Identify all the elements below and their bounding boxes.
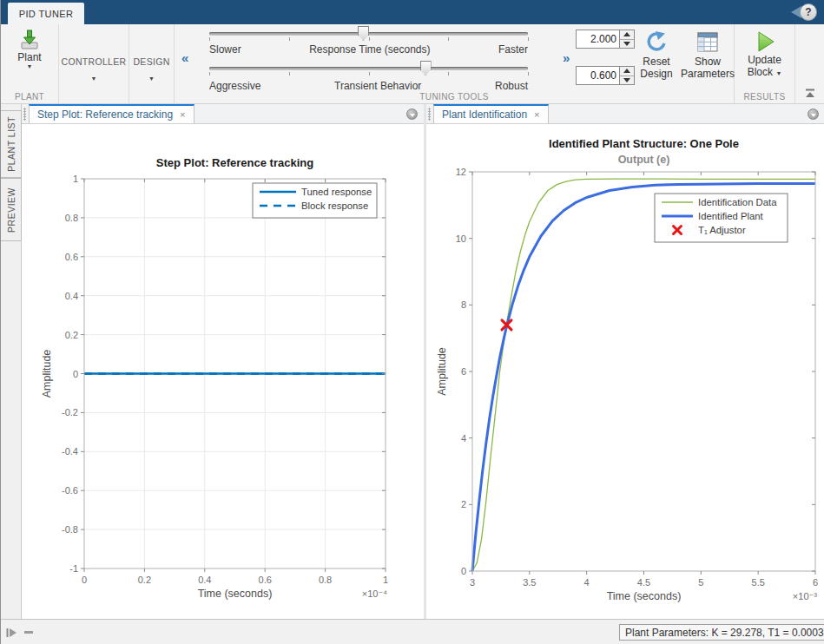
controller-button-label: CONTROLLER: [62, 56, 127, 67]
tab-actions-button[interactable]: [808, 108, 819, 120]
section-design: DESIGN ▼: [129, 24, 175, 103]
svg-text:Identified Plant: Identified Plant: [698, 211, 764, 221]
reset-design-button[interactable]: Reset Design: [636, 30, 677, 80]
tab-plant-identification[interactable]: Plant Identification ×: [433, 104, 549, 123]
response-time-slider-handle[interactable]: [358, 26, 369, 41]
plant-identification-chart: 33.544.555.56024681012Time (seconds)×10⁻…: [426, 124, 824, 619]
design-button-label: DESIGN: [133, 56, 169, 67]
svg-text:1: 1: [73, 174, 78, 184]
collapse-sliders-button[interactable]: «: [181, 50, 188, 65]
expand-panel-icon[interactable]: [5, 627, 19, 639]
response-time-slider-labels: Slower Response Time (seconds) Faster: [209, 43, 528, 56]
svg-text:-0.2: -0.2: [62, 407, 78, 417]
update-block-icon: [753, 30, 777, 54]
svg-text:12: 12: [456, 167, 466, 177]
controller-dropdown-button[interactable]: CONTROLLER ▼: [59, 56, 129, 82]
svg-text:3.5: 3.5: [523, 577, 536, 588]
transient-behavior-spin-up[interactable]: [620, 67, 634, 76]
title-bar: PID TUNER ?: [1, 0, 824, 24]
svg-text:0: 0: [73, 369, 78, 379]
transient-behavior-slider[interactable]: [209, 61, 528, 78]
tabbar-grip[interactable]: [428, 108, 431, 121]
rail-tab-plant-list-label: PLANT LIST: [6, 116, 16, 172]
left-rail: PLANT LIST PREVIEW: [1, 104, 22, 619]
response-time-spinner[interactable]: [576, 30, 635, 49]
svg-text:Step Plot: Reference tracking: Step Plot: Reference tracking: [156, 156, 313, 169]
response-time-spin-down[interactable]: [620, 40, 634, 49]
section-label-results: RESULTS: [735, 92, 794, 102]
svg-text:Identification Data: Identification Data: [698, 197, 777, 207]
tab-step-plot-label: Step Plot: Reference tracking: [37, 108, 173, 121]
svg-text:2: 2: [461, 499, 466, 509]
svg-text:-0.8: -0.8: [62, 524, 78, 535]
svg-text:Amplitude: Amplitude: [436, 347, 448, 396]
design-dropdown-button[interactable]: DESIGN ▼: [129, 56, 174, 82]
update-block-label-1: Update: [748, 54, 781, 66]
slider-label-aggressive: Aggressive: [209, 80, 260, 92]
update-block-dropdown-icon: ▼: [775, 70, 781, 76]
svg-text:6: 6: [461, 366, 466, 377]
svg-text:×10⁻³: ×10⁻³: [793, 591, 817, 601]
collapse-toolstrip-button[interactable]: [804, 89, 816, 98]
svg-text:3: 3: [470, 577, 475, 588]
svg-text:×10⁻⁴: ×10⁻⁴: [362, 588, 387, 599]
rail-tab-plant-list[interactable]: PLANT LIST: [1, 110, 22, 178]
svg-text:0.6: 0.6: [65, 252, 78, 262]
reset-design-label-1: Reset: [643, 56, 669, 68]
expand-sliders-button[interactable]: »: [563, 50, 570, 65]
help-button[interactable]: ?: [800, 3, 817, 21]
tab-step-plot-close-icon[interactable]: ×: [180, 109, 185, 120]
transient-behavior-spinner[interactable]: [576, 66, 635, 85]
section-plant: Plant ▼ PLANT: [1, 24, 59, 103]
update-block-label-2: Block ▼: [748, 66, 782, 78]
slider-label-faster: Faster: [498, 43, 528, 56]
tab-plant-identification-close-icon[interactable]: ×: [534, 109, 539, 120]
slider-label-robust: Robust: [495, 80, 528, 92]
show-parameters-button[interactable]: Show Parameters: [681, 30, 735, 80]
plant-identification-tabbar: Plant Identification ×: [426, 104, 824, 124]
svg-text:0.2: 0.2: [138, 575, 151, 585]
tab-actions-button[interactable]: [406, 108, 418, 120]
tab-step-plot[interactable]: Step Plot: Reference tracking ×: [29, 104, 194, 123]
response-time-value-input[interactable]: [577, 30, 619, 48]
pid-tuner-window: PID TUNER ? Plant ▼ PLANT: [0, 0, 824, 644]
transient-behavior-value-input[interactable]: [577, 67, 619, 84]
svg-text:10: 10: [456, 233, 466, 244]
svg-text:0: 0: [82, 575, 87, 585]
plant-button[interactable]: Plant ▼: [1, 29, 58, 69]
toolstrip: Plant ▼ PLANT CONTROLLER ▼ DESIGN ▼ «: [1, 24, 824, 104]
svg-text:4: 4: [461, 433, 466, 444]
section-label-plant: PLANT: [1, 92, 58, 102]
svg-text:0.6: 0.6: [259, 575, 272, 585]
svg-text:-0.4: -0.4: [62, 446, 78, 457]
response-time-slider[interactable]: [209, 26, 528, 43]
help-icon: ?: [805, 6, 811, 18]
svg-text:8: 8: [461, 299, 466, 310]
transient-behavior-slider-handle[interactable]: [420, 61, 432, 76]
rail-tab-preview[interactable]: PREVIEW: [1, 178, 22, 241]
section-controller: CONTROLLER ▼: [59, 24, 129, 103]
import-plant-icon: [18, 29, 41, 51]
plant-parameters-status: Plant Parameters: K = 29.278, T1 = 0.000…: [619, 624, 824, 641]
splitter-dash-icon[interactable]: [24, 631, 33, 634]
show-parameters-label-2: Parameters: [681, 68, 735, 80]
svg-text:Time (seconds): Time (seconds): [198, 588, 273, 600]
transient-behavior-slider-track[interactable]: [209, 67, 528, 70]
svg-text:-1: -1: [69, 563, 78, 574]
transient-behavior-spin-down[interactable]: [620, 76, 634, 85]
rail-tab-preview-label: PREVIEW: [6, 187, 16, 233]
show-parameters-icon: [695, 30, 720, 56]
ribbon-tab-pid-tuner[interactable]: PID TUNER: [8, 3, 84, 24]
svg-text:Block response: Block response: [301, 200, 368, 211]
slider-label-slower: Slower: [209, 43, 241, 56]
tabbar-grip[interactable]: [23, 108, 26, 121]
section-label-tuning-tools: TUNING TOOLS: [175, 92, 734, 102]
update-block-button[interactable]: Update Block ▼: [735, 30, 794, 78]
status-bar: Plant Parameters: K = 29.278, T1 = 0.000…: [1, 619, 824, 644]
step-plot-panel: Step Plot: Reference tracking × 00.20.40…: [22, 104, 424, 619]
section-results: Update Block ▼ RESULTS: [735, 24, 795, 103]
reset-icon: [644, 30, 669, 56]
response-time-spin-up[interactable]: [620, 30, 634, 40]
svg-text:5: 5: [698, 577, 703, 588]
svg-text:5.5: 5.5: [752, 577, 765, 588]
